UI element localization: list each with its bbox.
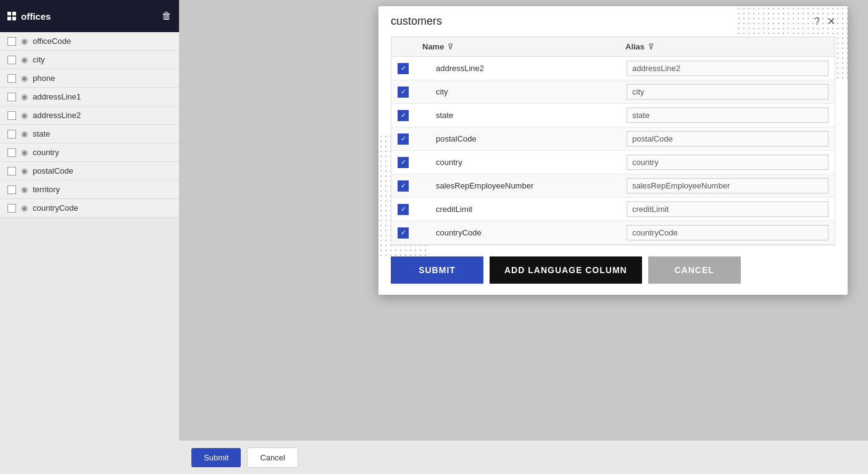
sidebar-item[interactable]: ◉ city [0,51,179,69]
sidebar-item-label: addressLine2 [33,111,81,120]
sidebar-checkbox[interactable] [7,204,16,213]
alias-input[interactable] [627,201,828,217]
eye-icon: ◉ [21,111,28,120]
sidebar-checkbox[interactable] [7,111,16,120]
alias-input[interactable] [627,178,828,193]
sidebar-header: offices 🗑 [0,0,179,32]
modal-cancel-button[interactable]: CANCEL [648,256,741,284]
sidebar-item-label: country [33,148,59,157]
row-checkbox[interactable]: ✓ [398,157,409,168]
eye-icon: ◉ [21,148,28,157]
table-body: ✓ addressLine2 ✓ city ✓ state ✓ postalCo… [391,56,835,245]
sidebar-item[interactable]: ◉ addressLine2 [0,106,179,125]
eye-icon: ◉ [21,92,28,101]
table-row: ✓ postalCode [391,127,835,151]
sidebar-items-list: ◉ officeCode ◉ city ◉ phone ◉ addressLin… [0,32,179,218]
grid-icon [7,12,16,20]
close-icon[interactable]: ✕ [827,15,835,27]
bottom-bar: Submit Cancel [179,440,868,474]
modal-header-actions: ? ✕ [814,15,835,27]
sidebar: offices 🗑 ◉ officeCode ◉ city ◉ phone ◉ … [0,0,179,474]
eye-icon: ◉ [21,166,28,176]
sidebar-item-label: countryCode [33,203,78,213]
row-checkbox[interactable]: ✓ [398,227,409,239]
row-name: creditLimit [422,205,627,214]
row-name: city [422,87,627,96]
row-checkbox[interactable]: ✓ [398,180,409,192]
sidebar-item[interactable]: ◉ countryCode [0,199,179,218]
sidebar-checkbox[interactable] [7,56,16,64]
table-row: ✓ city [391,80,835,104]
sidebar-item-label: state [33,129,50,138]
modal-footer: SUBMIT ADD LANGUAGE COLUMN CANCEL [378,245,848,295]
name-filter-icon[interactable]: ⊽ [448,43,453,51]
eye-icon: ◉ [21,203,28,213]
row-checkbox[interactable]: ✓ [398,204,409,215]
sidebar-checkbox[interactable] [7,167,16,176]
sidebar-item-label: addressLine1 [33,92,81,101]
sidebar-item-label: city [33,55,45,64]
sidebar-header-left: offices [7,11,51,22]
eye-icon: ◉ [21,185,28,194]
modal-header: customers ? ✕ [378,6,848,36]
modal-add-language-button[interactable]: ADD LANGUAGE COLUMN [490,256,642,284]
sidebar-checkbox[interactable] [7,74,16,83]
row-name: country [422,158,627,167]
row-checkbox[interactable]: ✓ [398,63,409,74]
table-row: ✓ addressLine2 [391,57,835,80]
alias-input[interactable] [627,131,828,146]
header-name-col: Name ⊽ [422,42,625,51]
table-row: ✓ country [391,151,835,174]
alias-input[interactable] [627,225,828,240]
sidebar-checkbox[interactable] [7,185,16,194]
header-alias-col: Alias ⊽ [625,42,828,51]
eye-icon: ◉ [21,55,28,64]
sidebar-item[interactable]: ◉ officeCode [0,32,179,51]
eye-icon: ◉ [21,74,28,83]
modal: customers ? ✕ Name ⊽ Alias ⊽ [378,6,848,295]
row-checkbox[interactable]: ✓ [398,110,409,121]
sidebar-item-label: territory [33,185,60,194]
row-name: salesRepEmployeeNumber [422,181,627,190]
sidebar-title: offices [21,11,51,22]
table-row: ✓ salesRepEmployeeNumber [391,174,835,198]
modal-overlay: customers ? ✕ Name ⊽ Alias ⊽ [358,0,868,440]
sidebar-item[interactable]: ◉ state [0,125,179,143]
bottom-cancel-button[interactable]: Cancel [247,447,298,468]
sidebar-item[interactable]: ◉ addressLine1 [0,88,179,106]
sidebar-item[interactable]: ◉ territory [0,180,179,199]
table-header: Name ⊽ Alias ⊽ [391,36,835,56]
table-row: ✓ creditLimit [391,198,835,221]
sidebar-item[interactable]: ◉ phone [0,69,179,88]
sidebar-item[interactable]: ◉ postalCode [0,162,179,180]
table-row: ✓ countryCode [391,221,835,245]
table-row: ✓ state [391,104,835,127]
sidebar-checkbox[interactable] [7,93,16,101]
row-checkbox[interactable]: ✓ [398,133,409,145]
alias-input[interactable] [627,84,828,99]
alias-input[interactable] [627,108,828,123]
sidebar-item-label: phone [33,74,55,83]
sidebar-item-label: postalCode [33,166,73,176]
modal-submit-button[interactable]: SUBMIT [391,256,483,284]
modal-title: customers [391,15,442,28]
sidebar-item[interactable]: ◉ country [0,143,179,162]
row-name: countryCode [422,228,627,237]
sidebar-checkbox[interactable] [7,148,16,157]
sidebar-checkbox[interactable] [7,130,16,138]
row-name: postalCode [422,134,627,143]
help-icon[interactable]: ? [814,16,820,27]
row-name: state [422,111,627,120]
row-checkbox[interactable]: ✓ [398,87,409,98]
row-name: addressLine2 [422,64,627,73]
modal-table: Name ⊽ Alias ⊽ ✓ addressLine2 ✓ city [391,36,835,245]
sidebar-item-label: officeCode [33,36,71,46]
alias-filter-icon[interactable]: ⊽ [648,43,654,51]
delete-icon[interactable]: 🗑 [162,11,172,22]
alias-input[interactable] [627,154,828,170]
sidebar-checkbox[interactable] [7,37,16,46]
main-area: customers ? ✕ Name ⊽ Alias ⊽ [179,0,868,474]
eye-icon: ◉ [21,36,28,46]
bottom-submit-button[interactable]: Submit [191,448,241,467]
alias-input[interactable] [627,61,828,76]
